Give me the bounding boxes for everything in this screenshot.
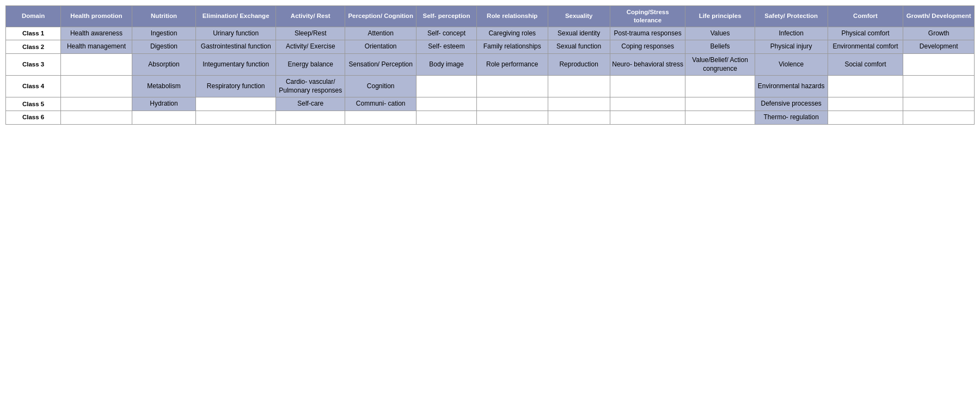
cell-r1-c12: Physical comfort <box>828 27 903 40</box>
nanda-taxonomy-table: DomainHealth promotionNutritionEliminati… <box>5 5 975 125</box>
cell-r1-c11: Infection <box>755 27 828 40</box>
cell-r2-c5: Orientation <box>345 40 416 54</box>
class-row-4: Class 4MetabolismRespiratory functionCar… <box>6 76 975 97</box>
class-row-2: Class 2Health managementDigestionGastroi… <box>6 40 975 54</box>
cell-r4-c13 <box>903 76 975 97</box>
cell-r4-c5: Cognition <box>345 76 416 97</box>
cell-r5-c10 <box>685 97 755 111</box>
cell-r6-c12 <box>828 111 903 125</box>
cell-r1-c2: Ingestion <box>132 27 196 40</box>
cell-r2-c11: Physical injury <box>755 40 828 54</box>
cell-r1-c5: Attention <box>345 27 416 40</box>
cell-r2-c6: Self- esteem <box>416 40 476 54</box>
header-cell-life: Life principles <box>685 6 755 27</box>
cell-r1-c7: Caregiving roles <box>476 27 548 40</box>
cell-r2-c12: Environmental comfort <box>828 40 903 54</box>
class-label-5: Class 5 <box>6 97 61 111</box>
cell-r4-c9 <box>610 76 685 97</box>
cell-r6-c6 <box>416 111 476 125</box>
cell-r5-c1 <box>61 97 132 111</box>
cell-r6-c3 <box>196 111 276 125</box>
main-table-wrapper: DomainHealth promotionNutritionEliminati… <box>5 5 975 125</box>
header-cell-elimination: Elimination/ Exchange <box>196 6 276 27</box>
class-label-3: Class 3 <box>6 54 61 76</box>
cell-r4-c3: Respiratory function <box>196 76 276 97</box>
cell-r6-c11: Thermo- regulation <box>755 111 828 125</box>
cell-r2-c8: Sexual function <box>548 40 610 54</box>
header-cell-role: Role relationship <box>476 6 548 27</box>
cell-r2-c7: Family relationships <box>476 40 548 54</box>
cell-r4-c8 <box>548 76 610 97</box>
header-cell-activity: Activity/ Rest <box>276 6 345 27</box>
cell-r3-c6: Body image <box>416 54 476 76</box>
cell-r5-c6 <box>416 97 476 111</box>
cell-r3-c11: Violence <box>755 54 828 76</box>
class-label-6: Class 6 <box>6 111 61 125</box>
cell-r2-c10: Beliefs <box>685 40 755 54</box>
cell-r5-c13 <box>903 97 975 111</box>
cell-r6-c2 <box>132 111 196 125</box>
cell-r3-c8: Reproduction <box>548 54 610 76</box>
cell-r5-c2: Hydration <box>132 97 196 111</box>
cell-r3-c5: Sensation/ Perception <box>345 54 416 76</box>
cell-r1-c3: Urinary function <box>196 27 276 40</box>
cell-r3-c12: Social comfort <box>828 54 903 76</box>
cell-r5-c5: Communi- cation <box>345 97 416 111</box>
cell-r3-c2: Absorption <box>132 54 196 76</box>
cell-r6-c9 <box>610 111 685 125</box>
cell-r1-c4: Sleep/Rest <box>276 27 345 40</box>
header-cell-coping: Coping/Stress tolerance <box>610 6 685 27</box>
cell-r3-c7: Role performance <box>476 54 548 76</box>
cell-r1-c1: Health awareness <box>61 27 132 40</box>
header-cell-health_promotion: Health promotion <box>61 6 132 27</box>
cell-r5-c11: Defensive processes <box>755 97 828 111</box>
cell-r6-c10 <box>685 111 755 125</box>
cell-r3-c13 <box>903 54 975 76</box>
cell-r3-c10: Value/Belief/ Action congruence <box>685 54 755 76</box>
cell-r3-c1 <box>61 54 132 76</box>
cell-r2-c9: Coping responses <box>610 40 685 54</box>
cell-r1-c13: Growth <box>903 27 975 40</box>
cell-r1-c10: Values <box>685 27 755 40</box>
cell-r6-c7 <box>476 111 548 125</box>
cell-r6-c5 <box>345 111 416 125</box>
cell-r6-c1 <box>61 111 132 125</box>
header-cell-domain: Domain <box>6 6 61 27</box>
header-cell-nutrition: Nutrition <box>132 6 196 27</box>
cell-r3-c4: Energy balance <box>276 54 345 76</box>
cell-r6-c13 <box>903 111 975 125</box>
cell-r4-c10 <box>685 76 755 97</box>
class-row-5: Class 5HydrationSelf-careCommuni- cation… <box>6 97 975 111</box>
cell-r1-c9: Post-trauma responses <box>610 27 685 40</box>
cell-r4-c4: Cardio- vascular/ Pulmonary responses <box>276 76 345 97</box>
class-label-2: Class 2 <box>6 40 61 54</box>
cell-r4-c7 <box>476 76 548 97</box>
class-row-3: Class 3AbsorptionIntegumentary functionE… <box>6 54 975 76</box>
cell-r5-c4: Self-care <box>276 97 345 111</box>
cell-r2-c13: Development <box>903 40 975 54</box>
cell-r2-c4: Activity/ Exercise <box>276 40 345 54</box>
cell-r3-c3: Integumentary function <box>196 54 276 76</box>
cell-r4-c2: Metabolism <box>132 76 196 97</box>
cell-r2-c1: Health management <box>61 40 132 54</box>
header-cell-growth: Growth/ Development <box>903 6 975 27</box>
cell-r4-c11: Environmental hazards <box>755 76 828 97</box>
cell-r2-c3: Gastrointestinal function <box>196 40 276 54</box>
cell-r4-c12 <box>828 76 903 97</box>
cell-r2-c2: Digestion <box>132 40 196 54</box>
cell-r4-c1 <box>61 76 132 97</box>
class-row-6: Class 6Thermo- regulation <box>6 111 975 125</box>
cell-r5-c9 <box>610 97 685 111</box>
header-cell-comfort: Comfort <box>828 6 903 27</box>
cell-r6-c8 <box>548 111 610 125</box>
cell-r5-c8 <box>548 97 610 111</box>
cell-r5-c7 <box>476 97 548 111</box>
class-label-4: Class 4 <box>6 76 61 97</box>
cell-r6-c4 <box>276 111 345 125</box>
header-cell-perception: Perception/ Cognition <box>345 6 416 27</box>
header-cell-safety: Safety/ Protection <box>755 6 828 27</box>
class-row-1: Class 1Health awarenessIngestionUrinary … <box>6 27 975 40</box>
cell-r1-c8: Sexual identity <box>548 27 610 40</box>
header-cell-self_perception: Self- perception <box>416 6 476 27</box>
cell-r5-c3 <box>196 97 276 111</box>
